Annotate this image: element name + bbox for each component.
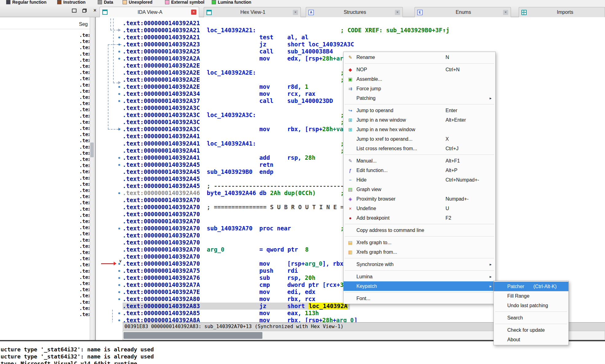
segment-list-item[interactable]: .tex (79, 57, 89, 63)
listing-segment: .text:0000000140392A46 (123, 190, 200, 197)
menu-item-patcher[interactable]: Patcher(Ctrl-Alt-K) (494, 282, 568, 291)
menu-item-undefine[interactable]: ×UndefineU (344, 204, 495, 213)
close-pane-button[interactable]: × (92, 7, 98, 14)
segment-list-item[interactable]: .tex (79, 63, 89, 69)
listing-segment: .text:0000000140392A3C (123, 112, 200, 119)
segment-list-item[interactable]: .tex (79, 256, 89, 262)
menu-item-lumina[interactable]: Lumina▸ (344, 272, 495, 281)
menu-item-assemble[interactable]: ▣Assemble... (344, 74, 495, 84)
segment-list-item[interactable]: .tex (79, 125, 89, 131)
segment-list-item[interactable]: .tex (79, 287, 89, 293)
menu-item-check-for-update[interactable]: Check for update (494, 325, 568, 335)
menu-item-manual[interactable]: ✎Manual...Alt+F1 (344, 156, 495, 166)
restore-window-button[interactable] (71, 7, 77, 14)
menu-item-jump-to-xref-to-operand[interactable]: Jump to xref to operand...X (344, 134, 495, 144)
menu-item-jump-in-new-window[interactable]: ⊞Jump in a new windowAlt+Enter (344, 115, 495, 125)
segment-list-item[interactable]: .tex (79, 231, 89, 237)
tab-imports[interactable]: Imports (519, 7, 605, 17)
segment-list-item[interactable]: .tex (79, 218, 89, 225)
segment-list-item[interactable]: .tex (79, 131, 89, 138)
listing-line-selected[interactable]: .text:0000000140392A83jzshortloc_140392A (123, 303, 350, 310)
segment-list-item[interactable]: .tex (79, 150, 89, 156)
segment-list-item[interactable]: .tex (79, 249, 89, 256)
segment-list-item[interactable]: .tex (79, 305, 89, 311)
listing-line[interactable]: .text:0000000140392A21testal, al (123, 34, 583, 41)
segment-list-item[interactable]: .tex (79, 311, 89, 318)
menu-item-copy-address-to-command-line[interactable]: Copy address to command line (344, 225, 495, 235)
tab-close-structures[interactable]: × (395, 10, 400, 15)
segment-list-item[interactable]: .tex (79, 76, 89, 82)
segment-list-item[interactable]: .tex (79, 194, 89, 200)
menu-item-proximity-browser[interactable]: ◈Proximity browserNumpad+- (344, 194, 495, 204)
horizontal-scrollbar-thumb[interactable] (124, 332, 262, 339)
segment-list-item[interactable]: .tex (79, 200, 89, 206)
menu-item-search[interactable]: Search (494, 313, 568, 323)
segment-list-item[interactable]: .tex (79, 169, 89, 175)
tab-close-ida-view-a[interactable]: × (191, 10, 196, 15)
segment-list-item[interactable]: .tex (79, 280, 89, 287)
listing-line[interactable]: .text:0000000140392A23jzshort loc_140392… (123, 41, 583, 48)
listing-segment: edi, edx (287, 288, 316, 296)
segment-list-item[interactable]: .tex (79, 100, 89, 107)
sidebar-scrollbar[interactable] (90, 17, 94, 340)
segment-list-item[interactable]: .tex (79, 262, 89, 268)
menu-item-rename[interactable]: ✎RenameN (344, 53, 495, 62)
segment-list-item[interactable]: .tex (79, 82, 89, 88)
segment-list-item[interactable]: .tex (79, 32, 89, 38)
menu-item-xrefs-graph-from[interactable]: ▥Xrefs graph from... (344, 247, 495, 257)
menu-item-xrefs-graph-to[interactable]: ▤Xrefs graph to... (344, 238, 495, 247)
menu-item-force-jump[interactable]: ⇉Force jump (344, 84, 495, 93)
segment-list-item[interactable]: .tex (79, 206, 89, 212)
float-window-button[interactable] (81, 7, 88, 14)
sidebar-scrollbar-thumb[interactable] (90, 143, 94, 157)
menu-item-synchronize-with[interactable]: Synchronize with▸ (344, 260, 495, 269)
menu-item-undo-last-patching[interactable]: Undo last patching (494, 301, 568, 310)
segment-list-item[interactable]: .tex (79, 293, 89, 299)
segment-list-item[interactable]: .tex (79, 187, 89, 194)
segment-list-item[interactable]: .tex (79, 45, 89, 51)
menu-item-add-breakpoint[interactable]: ●Add breakpointF2 (344, 213, 495, 223)
segment-list-item[interactable]: .tex (79, 274, 89, 280)
segment-list-item[interactable]: .tex (79, 268, 89, 274)
tab-enums[interactable]: EEnums× (414, 7, 511, 17)
segment-list-item[interactable]: .tex (79, 175, 89, 181)
segment-list-item[interactable]: .tex (79, 69, 89, 76)
segment-list-item[interactable]: .tex (79, 144, 89, 150)
segment-list-item[interactable]: .tex (79, 237, 89, 243)
tab-structures[interactable]: AStructures× (306, 7, 403, 17)
segment-list-item[interactable]: .tex (79, 119, 89, 125)
segment-list-item[interactable]: .tex (79, 162, 89, 169)
menu-item-nop[interactable]: ◆NOPCtrl+N (344, 65, 495, 74)
menu-item-keypatch[interactable]: Keypatch▸ (344, 281, 495, 291)
listing-line[interactable]: .text:0000000140392A21 (123, 20, 583, 27)
segment-list-item[interactable]: .tex (79, 107, 89, 113)
segment-list-item[interactable]: .tex (79, 138, 89, 144)
menu-item-jump-to-operand[interactable]: ↪Jump to operandEnter (344, 106, 495, 115)
menu-item-about[interactable]: About (494, 335, 568, 344)
segment-list-item[interactable]: .tex (79, 243, 89, 249)
tab-close-enums[interactable]: × (503, 10, 508, 15)
menu-item-list-cross-references-from[interactable]: List cross references from...Ctrl+J (344, 144, 495, 153)
listing-segment: .text:0000000140392A70 (123, 218, 200, 225)
menu-item-jump-in-new-hex-window[interactable]: ⊞Jump in a new hex window (344, 125, 495, 134)
menu-item-fill-range[interactable]: Fill Range (494, 291, 568, 301)
segment-list-item[interactable]: .tex (79, 299, 89, 305)
segment-list-item[interactable]: .tex (79, 38, 89, 45)
segment-list-item[interactable]: .tex (79, 94, 89, 100)
segment-list-item[interactable]: .tex (79, 181, 89, 187)
listing-line[interactable]: .text:0000000140392A21loc_140392A21:; CO… (123, 27, 583, 34)
menu-item-hide[interactable]: −HideCtrl+Numpad+- (344, 175, 495, 185)
menu-item-patching[interactable]: Patching▸ (344, 93, 495, 103)
segment-list-item[interactable]: .tex (79, 51, 89, 57)
tab-close-hex-view-1[interactable]: × (293, 10, 298, 15)
menu-item-edit-function[interactable]: ƒEdit function...Alt+P (344, 166, 495, 175)
segment-list-item[interactable]: .tex (79, 113, 89, 119)
segment-list-item[interactable]: .tex (79, 88, 89, 94)
tab-ida-view-a[interactable]: IDA View-A× (100, 7, 199, 17)
segment-list-item[interactable]: .tex (79, 212, 89, 218)
segment-list-item[interactable]: .tex (79, 156, 89, 162)
segment-list-item[interactable]: .tex (79, 225, 89, 231)
tab-hex-view-1[interactable]: Hex View-1× (204, 7, 301, 17)
menu-item-graph-view[interactable]: ▤Graph view (344, 185, 495, 194)
menu-item-font[interactable]: Font... (344, 294, 495, 303)
